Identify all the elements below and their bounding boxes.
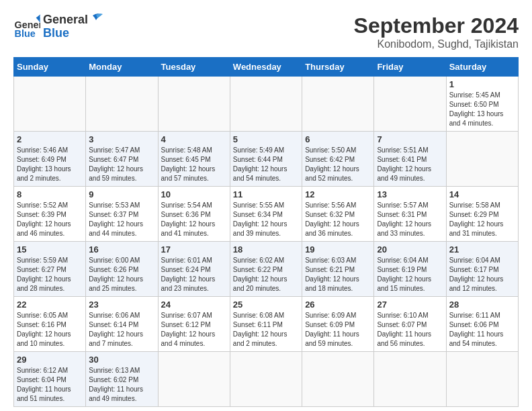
day-info: Sunrise: 5:47 AMSunset: 6:47 PMDaylight:… — [89, 146, 154, 183]
day-info: Sunrise: 6:11 AMSunset: 6:06 PMDaylight:… — [449, 311, 515, 349]
week-row-4: 22 Sunrise: 6:05 AMSunset: 6:16 PMDaylig… — [14, 297, 519, 352]
day-number: 18 — [233, 244, 299, 255]
calendar-cell: 23 Sunrise: 6:06 AMSunset: 6:14 PMDaylig… — [86, 297, 158, 352]
calendar-cell: 8 Sunrise: 5:52 AMSunset: 6:39 PMDayligh… — [14, 187, 86, 242]
logo-bird-icon — [83, 12, 103, 32]
col-header-sunday: Sunday — [14, 58, 86, 77]
day-info: Sunrise: 5:49 AMSunset: 6:44 PMDaylight:… — [233, 146, 299, 183]
day-number: 6 — [305, 134, 371, 144]
calendar-cell: 29 Sunrise: 6:12 AMSunset: 6:04 PMDaylig… — [14, 352, 86, 407]
col-header-friday: Friday — [374, 58, 446, 77]
col-header-thursday: Thursday — [302, 58, 374, 77]
day-info: Sunrise: 5:59 AMSunset: 6:27 PMDaylight:… — [17, 256, 83, 293]
calendar-cell: 7 Sunrise: 5:51 AMSunset: 6:41 PMDayligh… — [374, 132, 446, 187]
day-number: 11 — [233, 189, 299, 199]
day-number: 23 — [89, 300, 154, 310]
location-title: Konibodom, Sughd, Tajikistan — [354, 38, 519, 50]
calendar-cell — [86, 77, 158, 132]
day-number: 10 — [161, 189, 227, 199]
day-info: Sunrise: 5:45 AMSunset: 6:50 PMDaylight:… — [449, 91, 515, 128]
calendar-cell — [302, 352, 374, 407]
svg-text:Blue: Blue — [15, 28, 36, 39]
logo-general-text: General — [43, 13, 88, 27]
calendar-cell — [374, 77, 446, 132]
calendar-cell: 6 Sunrise: 5:50 AMSunset: 6:42 PMDayligh… — [302, 132, 374, 187]
day-info: Sunrise: 6:12 AMSunset: 6:04 PMDaylight:… — [17, 366, 83, 404]
day-number: 21 — [449, 244, 515, 255]
calendar-cell — [446, 132, 518, 187]
calendar-cell — [302, 77, 374, 132]
day-info: Sunrise: 6:05 AMSunset: 6:16 PMDaylight:… — [17, 311, 83, 349]
day-info: Sunrise: 5:53 AMSunset: 6:37 PMDaylight:… — [89, 201, 154, 238]
calendar-cell — [158, 77, 230, 132]
week-row-3: 15 Sunrise: 5:59 AMSunset: 6:27 PMDaylig… — [14, 242, 519, 297]
calendar-cell: 22 Sunrise: 6:05 AMSunset: 6:16 PMDaylig… — [14, 297, 86, 352]
col-header-tuesday: Tuesday — [158, 58, 230, 77]
day-info: Sunrise: 6:04 AMSunset: 6:19 PMDaylight:… — [377, 256, 443, 293]
day-number: 15 — [17, 244, 83, 255]
day-number: 28 — [449, 300, 515, 310]
calendar-cell — [14, 77, 86, 132]
calendar-cell: 28 Sunrise: 6:11 AMSunset: 6:06 PMDaylig… — [446, 297, 518, 352]
day-number: 20 — [377, 244, 443, 255]
day-number: 2 — [17, 134, 83, 144]
calendar-cell: 20 Sunrise: 6:04 AMSunset: 6:19 PMDaylig… — [374, 242, 446, 297]
day-info: Sunrise: 5:58 AMSunset: 6:29 PMDaylight:… — [449, 201, 515, 238]
day-info: Sunrise: 6:13 AMSunset: 6:02 PMDaylight:… — [89, 366, 154, 404]
logo: General Blue General Blue — [13, 13, 103, 40]
day-info: Sunrise: 6:07 AMSunset: 6:12 PMDaylight:… — [161, 311, 227, 349]
day-info: Sunrise: 6:09 AMSunset: 6:09 PMDaylight:… — [305, 311, 371, 349]
calendar-cell: 13 Sunrise: 5:57 AMSunset: 6:31 PMDaylig… — [374, 187, 446, 242]
calendar-cell: 25 Sunrise: 6:08 AMSunset: 6:11 PMDaylig… — [230, 297, 302, 352]
week-row-1: 2 Sunrise: 5:46 AMSunset: 6:49 PMDayligh… — [14, 132, 519, 187]
calendar-cell: 17 Sunrise: 6:01 AMSunset: 6:24 PMDaylig… — [158, 242, 230, 297]
calendar-cell — [230, 77, 302, 132]
day-number: 14 — [449, 189, 515, 199]
calendar-body: 1 Sunrise: 5:45 AMSunset: 6:50 PMDayligh… — [14, 77, 519, 407]
calendar-table: SundayMondayTuesdayWednesdayThursdayFrid… — [13, 57, 519, 407]
day-number: 3 — [89, 134, 154, 144]
page-header: General Blue General Blue September 2024… — [13, 13, 519, 50]
logo-text: General Blue — [43, 13, 88, 40]
calendar-cell: 18 Sunrise: 6:02 AMSunset: 6:22 PMDaylig… — [230, 242, 302, 297]
day-info: Sunrise: 5:48 AMSunset: 6:45 PMDaylight:… — [161, 146, 227, 183]
calendar-cell: 4 Sunrise: 5:48 AMSunset: 6:45 PMDayligh… — [158, 132, 230, 187]
day-number: 12 — [305, 189, 371, 199]
calendar-cell: 30 Sunrise: 6:13 AMSunset: 6:02 PMDaylig… — [86, 352, 158, 407]
day-number: 7 — [377, 134, 443, 144]
logo-icon: General Blue — [13, 13, 40, 40]
day-info: Sunrise: 6:08 AMSunset: 6:11 PMDaylight:… — [233, 311, 299, 349]
calendar-cell: 3 Sunrise: 5:47 AMSunset: 6:47 PMDayligh… — [86, 132, 158, 187]
header-row: SundayMondayTuesdayWednesdayThursdayFrid… — [14, 58, 519, 77]
day-number: 8 — [17, 189, 83, 199]
calendar-cell — [230, 352, 302, 407]
col-header-saturday: Saturday — [446, 58, 518, 77]
calendar-cell: 12 Sunrise: 5:56 AMSunset: 6:32 PMDaylig… — [302, 187, 374, 242]
day-info: Sunrise: 5:55 AMSunset: 6:34 PMDaylight:… — [233, 201, 299, 238]
day-info: Sunrise: 6:00 AMSunset: 6:26 PMDaylight:… — [89, 256, 154, 293]
day-info: Sunrise: 6:01 AMSunset: 6:24 PMDaylight:… — [161, 256, 227, 293]
col-header-monday: Monday — [86, 58, 158, 77]
calendar-cell — [446, 352, 518, 407]
calendar-cell: 16 Sunrise: 6:00 AMSunset: 6:26 PMDaylig… — [86, 242, 158, 297]
calendar-cell: 9 Sunrise: 5:53 AMSunset: 6:37 PMDayligh… — [86, 187, 158, 242]
calendar-cell: 24 Sunrise: 6:07 AMSunset: 6:12 PMDaylig… — [158, 297, 230, 352]
day-number: 22 — [17, 300, 83, 310]
col-header-wednesday: Wednesday — [230, 58, 302, 77]
week-row-0: 1 Sunrise: 5:45 AMSunset: 6:50 PMDayligh… — [14, 77, 519, 132]
day-number: 17 — [161, 244, 227, 255]
day-number: 25 — [233, 300, 299, 310]
day-info: Sunrise: 5:57 AMSunset: 6:31 PMDaylight:… — [377, 201, 443, 238]
day-number: 30 — [89, 355, 154, 365]
day-number: 1 — [449, 79, 515, 89]
calendar-cell — [158, 352, 230, 407]
calendar-header: SundayMondayTuesdayWednesdayThursdayFrid… — [14, 58, 519, 77]
week-row-5: 29 Sunrise: 6:12 AMSunset: 6:04 PMDaylig… — [14, 352, 519, 407]
day-info: Sunrise: 5:46 AMSunset: 6:49 PMDaylight:… — [17, 146, 83, 183]
day-number: 13 — [377, 189, 443, 199]
day-number: 27 — [377, 300, 443, 310]
calendar-cell: 14 Sunrise: 5:58 AMSunset: 6:29 PMDaylig… — [446, 187, 518, 242]
calendar-cell: 1 Sunrise: 5:45 AMSunset: 6:50 PMDayligh… — [446, 77, 518, 132]
day-info: Sunrise: 6:06 AMSunset: 6:14 PMDaylight:… — [89, 311, 154, 349]
day-info: Sunrise: 6:04 AMSunset: 6:17 PMDaylight:… — [449, 256, 515, 293]
